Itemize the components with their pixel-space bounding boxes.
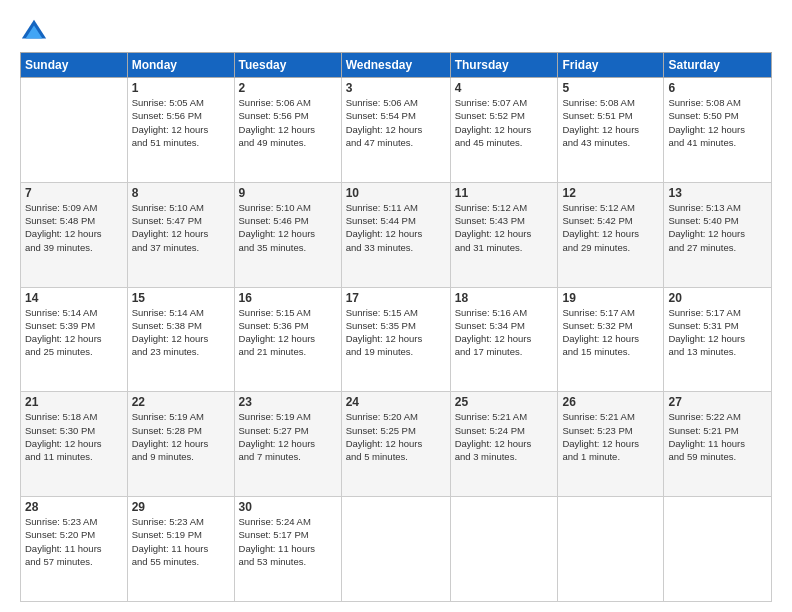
day-number: 28 — [25, 500, 123, 514]
day-info: Sunrise: 5:22 AM Sunset: 5:21 PM Dayligh… — [668, 410, 767, 463]
day-cell: 24Sunrise: 5:20 AM Sunset: 5:25 PM Dayli… — [341, 392, 450, 497]
day-cell: 4Sunrise: 5:07 AM Sunset: 5:52 PM Daylig… — [450, 78, 558, 183]
weekday-header-friday: Friday — [558, 53, 664, 78]
day-cell — [341, 497, 450, 602]
day-cell: 11Sunrise: 5:12 AM Sunset: 5:43 PM Dayli… — [450, 182, 558, 287]
day-info: Sunrise: 5:07 AM Sunset: 5:52 PM Dayligh… — [455, 96, 554, 149]
day-number: 26 — [562, 395, 659, 409]
weekday-header-saturday: Saturday — [664, 53, 772, 78]
day-cell: 1Sunrise: 5:05 AM Sunset: 5:56 PM Daylig… — [127, 78, 234, 183]
week-row-1: 1Sunrise: 5:05 AM Sunset: 5:56 PM Daylig… — [21, 78, 772, 183]
day-number: 14 — [25, 291, 123, 305]
day-info: Sunrise: 5:13 AM Sunset: 5:40 PM Dayligh… — [668, 201, 767, 254]
weekday-header-sunday: Sunday — [21, 53, 128, 78]
day-number: 30 — [239, 500, 337, 514]
day-info: Sunrise: 5:12 AM Sunset: 5:42 PM Dayligh… — [562, 201, 659, 254]
day-number: 16 — [239, 291, 337, 305]
day-info: Sunrise: 5:23 AM Sunset: 5:19 PM Dayligh… — [132, 515, 230, 568]
day-cell: 8Sunrise: 5:10 AM Sunset: 5:47 PM Daylig… — [127, 182, 234, 287]
day-info: Sunrise: 5:19 AM Sunset: 5:28 PM Dayligh… — [132, 410, 230, 463]
header — [20, 18, 772, 46]
day-cell — [450, 497, 558, 602]
day-info: Sunrise: 5:18 AM Sunset: 5:30 PM Dayligh… — [25, 410, 123, 463]
day-cell: 18Sunrise: 5:16 AM Sunset: 5:34 PM Dayli… — [450, 287, 558, 392]
day-cell: 3Sunrise: 5:06 AM Sunset: 5:54 PM Daylig… — [341, 78, 450, 183]
day-info: Sunrise: 5:20 AM Sunset: 5:25 PM Dayligh… — [346, 410, 446, 463]
page: SundayMondayTuesdayWednesdayThursdayFrid… — [0, 0, 792, 612]
day-info: Sunrise: 5:21 AM Sunset: 5:24 PM Dayligh… — [455, 410, 554, 463]
day-info: Sunrise: 5:21 AM Sunset: 5:23 PM Dayligh… — [562, 410, 659, 463]
day-number: 13 — [668, 186, 767, 200]
day-cell: 12Sunrise: 5:12 AM Sunset: 5:42 PM Dayli… — [558, 182, 664, 287]
day-number: 17 — [346, 291, 446, 305]
day-cell: 25Sunrise: 5:21 AM Sunset: 5:24 PM Dayli… — [450, 392, 558, 497]
day-cell: 16Sunrise: 5:15 AM Sunset: 5:36 PM Dayli… — [234, 287, 341, 392]
day-number: 23 — [239, 395, 337, 409]
week-row-3: 14Sunrise: 5:14 AM Sunset: 5:39 PM Dayli… — [21, 287, 772, 392]
day-number: 8 — [132, 186, 230, 200]
day-info: Sunrise: 5:12 AM Sunset: 5:43 PM Dayligh… — [455, 201, 554, 254]
day-number: 2 — [239, 81, 337, 95]
day-info: Sunrise: 5:06 AM Sunset: 5:56 PM Dayligh… — [239, 96, 337, 149]
weekday-header-wednesday: Wednesday — [341, 53, 450, 78]
weekday-header-tuesday: Tuesday — [234, 53, 341, 78]
day-number: 11 — [455, 186, 554, 200]
day-cell: 20Sunrise: 5:17 AM Sunset: 5:31 PM Dayli… — [664, 287, 772, 392]
day-number: 21 — [25, 395, 123, 409]
day-number: 12 — [562, 186, 659, 200]
day-cell: 5Sunrise: 5:08 AM Sunset: 5:51 PM Daylig… — [558, 78, 664, 183]
day-cell: 29Sunrise: 5:23 AM Sunset: 5:19 PM Dayli… — [127, 497, 234, 602]
day-info: Sunrise: 5:19 AM Sunset: 5:27 PM Dayligh… — [239, 410, 337, 463]
day-number: 1 — [132, 81, 230, 95]
day-info: Sunrise: 5:24 AM Sunset: 5:17 PM Dayligh… — [239, 515, 337, 568]
day-cell: 23Sunrise: 5:19 AM Sunset: 5:27 PM Dayli… — [234, 392, 341, 497]
day-info: Sunrise: 5:10 AM Sunset: 5:46 PM Dayligh… — [239, 201, 337, 254]
day-cell — [558, 497, 664, 602]
day-info: Sunrise: 5:08 AM Sunset: 5:51 PM Dayligh… — [562, 96, 659, 149]
day-number: 3 — [346, 81, 446, 95]
day-number: 4 — [455, 81, 554, 95]
day-cell: 2Sunrise: 5:06 AM Sunset: 5:56 PM Daylig… — [234, 78, 341, 183]
day-cell: 15Sunrise: 5:14 AM Sunset: 5:38 PM Dayli… — [127, 287, 234, 392]
week-row-4: 21Sunrise: 5:18 AM Sunset: 5:30 PM Dayli… — [21, 392, 772, 497]
day-cell: 9Sunrise: 5:10 AM Sunset: 5:46 PM Daylig… — [234, 182, 341, 287]
day-number: 6 — [668, 81, 767, 95]
day-info: Sunrise: 5:14 AM Sunset: 5:38 PM Dayligh… — [132, 306, 230, 359]
day-info: Sunrise: 5:17 AM Sunset: 5:31 PM Dayligh… — [668, 306, 767, 359]
logo — [20, 18, 52, 46]
day-number: 10 — [346, 186, 446, 200]
day-info: Sunrise: 5:05 AM Sunset: 5:56 PM Dayligh… — [132, 96, 230, 149]
day-info: Sunrise: 5:15 AM Sunset: 5:36 PM Dayligh… — [239, 306, 337, 359]
day-info: Sunrise: 5:09 AM Sunset: 5:48 PM Dayligh… — [25, 201, 123, 254]
day-info: Sunrise: 5:16 AM Sunset: 5:34 PM Dayligh… — [455, 306, 554, 359]
day-info: Sunrise: 5:06 AM Sunset: 5:54 PM Dayligh… — [346, 96, 446, 149]
day-number: 19 — [562, 291, 659, 305]
day-info: Sunrise: 5:17 AM Sunset: 5:32 PM Dayligh… — [562, 306, 659, 359]
day-number: 20 — [668, 291, 767, 305]
day-info: Sunrise: 5:14 AM Sunset: 5:39 PM Dayligh… — [25, 306, 123, 359]
day-info: Sunrise: 5:11 AM Sunset: 5:44 PM Dayligh… — [346, 201, 446, 254]
day-cell: 22Sunrise: 5:19 AM Sunset: 5:28 PM Dayli… — [127, 392, 234, 497]
day-cell: 28Sunrise: 5:23 AM Sunset: 5:20 PM Dayli… — [21, 497, 128, 602]
calendar-table: SundayMondayTuesdayWednesdayThursdayFrid… — [20, 52, 772, 602]
day-number: 27 — [668, 395, 767, 409]
day-cell: 6Sunrise: 5:08 AM Sunset: 5:50 PM Daylig… — [664, 78, 772, 183]
day-cell: 17Sunrise: 5:15 AM Sunset: 5:35 PM Dayli… — [341, 287, 450, 392]
day-number: 25 — [455, 395, 554, 409]
day-cell: 7Sunrise: 5:09 AM Sunset: 5:48 PM Daylig… — [21, 182, 128, 287]
day-number: 15 — [132, 291, 230, 305]
day-cell — [21, 78, 128, 183]
weekday-header-monday: Monday — [127, 53, 234, 78]
day-number: 7 — [25, 186, 123, 200]
day-cell: 30Sunrise: 5:24 AM Sunset: 5:17 PM Dayli… — [234, 497, 341, 602]
week-row-2: 7Sunrise: 5:09 AM Sunset: 5:48 PM Daylig… — [21, 182, 772, 287]
day-number: 29 — [132, 500, 230, 514]
day-cell: 19Sunrise: 5:17 AM Sunset: 5:32 PM Dayli… — [558, 287, 664, 392]
day-cell: 26Sunrise: 5:21 AM Sunset: 5:23 PM Dayli… — [558, 392, 664, 497]
day-cell: 13Sunrise: 5:13 AM Sunset: 5:40 PM Dayli… — [664, 182, 772, 287]
day-cell — [664, 497, 772, 602]
day-cell: 21Sunrise: 5:18 AM Sunset: 5:30 PM Dayli… — [21, 392, 128, 497]
day-info: Sunrise: 5:10 AM Sunset: 5:47 PM Dayligh… — [132, 201, 230, 254]
day-info: Sunrise: 5:15 AM Sunset: 5:35 PM Dayligh… — [346, 306, 446, 359]
day-number: 5 — [562, 81, 659, 95]
